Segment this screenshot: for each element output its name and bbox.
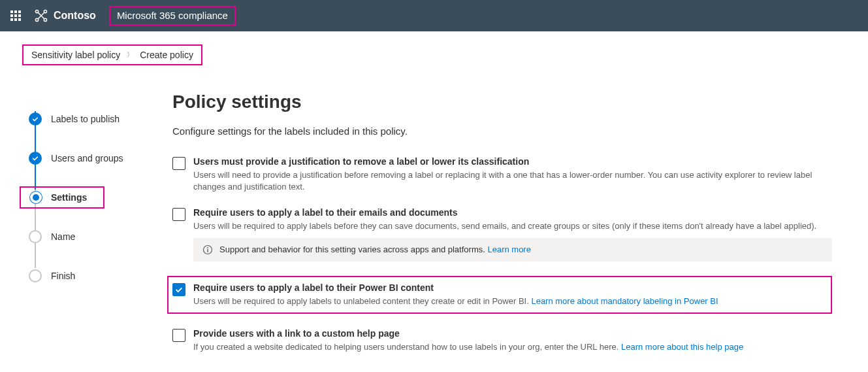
setting-desc: Users will be required to apply labels t… bbox=[193, 296, 824, 307]
info-bar: Support and behavior for this setting va… bbox=[193, 238, 832, 262]
app-title: Microsoft 365 compliance bbox=[117, 10, 228, 21]
learn-more-link[interactable]: Learn more bbox=[487, 245, 530, 254]
step-label: Users and groups bbox=[51, 153, 123, 163]
info-icon bbox=[202, 245, 213, 255]
step-labels-to-publish[interactable]: Labels to publish bbox=[22, 99, 172, 139]
breadcrumb-region: Sensitivity label policy 〉 Create policy bbox=[0, 31, 868, 65]
tenant-name: Contoso bbox=[54, 10, 96, 22]
step-label: Name bbox=[51, 231, 75, 242]
app-launcher-button[interactable] bbox=[0, 10, 31, 21]
learn-more-powerbi-link[interactable]: Learn more about mandatory labeling in P… bbox=[531, 296, 718, 306]
checkbox-require-powerbi[interactable] bbox=[172, 283, 185, 296]
setting-desc: If you created a website dedicated to he… bbox=[193, 341, 832, 353]
setting-title: Users must provide a justification to re… bbox=[193, 156, 832, 167]
current-step-icon bbox=[30, 192, 42, 203]
setting-desc: Users will need to provide a justificati… bbox=[193, 169, 832, 193]
check-icon bbox=[29, 112, 42, 126]
svg-point-7 bbox=[207, 247, 208, 248]
checkbox-require-email-docs[interactable] bbox=[172, 208, 185, 221]
checkbox-justification[interactable] bbox=[172, 157, 185, 170]
step-name[interactable]: Name bbox=[22, 217, 172, 256]
setting-title: Require users to apply a label to their … bbox=[193, 282, 824, 293]
step-settings[interactable]: Settings bbox=[22, 178, 172, 217]
breadcrumb-parent[interactable]: Sensitivity label policy bbox=[31, 50, 120, 60]
setting-title: Require users to apply a label to their … bbox=[193, 207, 832, 218]
wizard-stepper: Labels to publish Users and groups Setti… bbox=[22, 92, 172, 367]
breadcrumb-highlight: Sensitivity label policy 〉 Create policy bbox=[22, 44, 202, 65]
tenant-logo[interactable]: Contoso bbox=[31, 8, 109, 23]
step-finish[interactable]: Finish bbox=[22, 256, 172, 296]
setting-desc: Users will be required to apply labels b… bbox=[193, 220, 832, 232]
step-users-and-groups[interactable]: Users and groups bbox=[22, 139, 172, 178]
policy-settings-panel: Policy settings Configure settings for t… bbox=[172, 92, 832, 367]
setting-title: Provide users with a link to a custom he… bbox=[193, 328, 832, 339]
setting-help-page: Provide users with a link to a custom he… bbox=[172, 328, 832, 353]
step-label: Finish bbox=[51, 271, 75, 281]
setting-justification: Users must provide a justification to re… bbox=[172, 156, 832, 193]
page-title: Policy settings bbox=[172, 92, 832, 112]
setting-require-email-docs: Require users to apply a label to their … bbox=[172, 207, 832, 261]
pending-step-icon bbox=[29, 269, 42, 282]
app-title-highlight: Microsoft 365 compliance bbox=[109, 6, 236, 25]
top-bar: Contoso Microsoft 365 compliance bbox=[0, 0, 868, 31]
chevron-right-icon: 〉 bbox=[127, 50, 133, 59]
setting-require-powerbi-highlight: Require users to apply a label to their … bbox=[167, 276, 832, 314]
check-icon bbox=[29, 152, 42, 165]
learn-more-help-page-link[interactable]: Learn more about this help page bbox=[621, 342, 743, 352]
step-highlight: Settings bbox=[20, 186, 104, 209]
contoso-logo-icon bbox=[34, 8, 48, 23]
info-text: Support and behavior for this setting va… bbox=[219, 245, 485, 254]
waffle-icon bbox=[10, 10, 21, 21]
page-subtitle: Configure settings for the labels includ… bbox=[172, 126, 832, 137]
step-label: Labels to publish bbox=[51, 114, 120, 124]
svg-rect-8 bbox=[207, 249, 208, 252]
breadcrumb-current: Create policy bbox=[140, 50, 193, 60]
checkbox-help-page[interactable] bbox=[172, 329, 185, 342]
pending-step-icon bbox=[29, 230, 42, 243]
step-label: Settings bbox=[51, 192, 87, 203]
